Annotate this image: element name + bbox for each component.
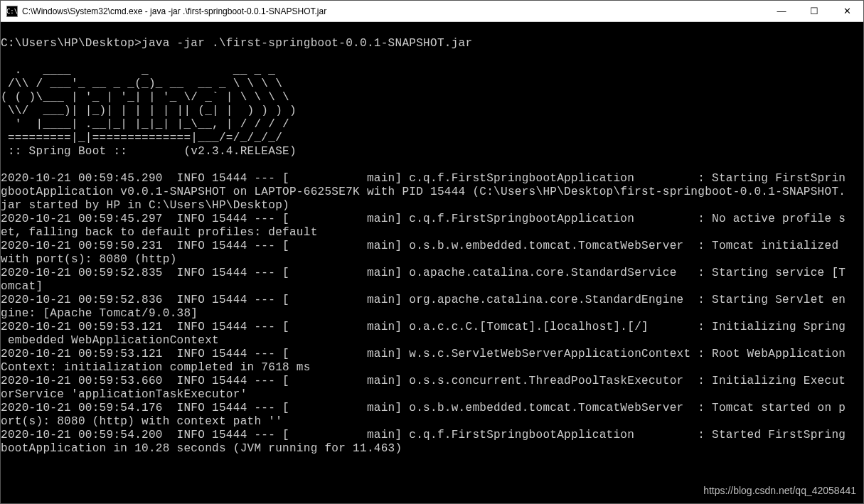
titlebar[interactable]: C:\ C:\Windows\System32\cmd.exe - java -… bbox=[1, 1, 863, 22]
close-button[interactable]: ✕ bbox=[831, 1, 863, 22]
cmd-window: C:\ C:\Windows\System32\cmd.exe - java -… bbox=[0, 0, 864, 504]
maximize-button[interactable]: ☐ bbox=[798, 1, 831, 22]
minimize-button[interactable]: — bbox=[765, 1, 798, 22]
prompt-line: C:\Users\HP\Desktop>java -jar .\first-sp… bbox=[1, 37, 472, 50]
log-lines: 2020-10-21 00:59:45.290 INFO 15444 --- [… bbox=[1, 172, 846, 455]
window-title: C:\Windows\System32\cmd.exe - java -jar … bbox=[22, 6, 765, 16]
cmd-icon: C:\ bbox=[6, 6, 18, 17]
window-controls: — ☐ ✕ bbox=[765, 1, 863, 22]
watermark-text: https://blog.csdn.net/qq_42058441 bbox=[703, 484, 856, 498]
spring-banner: . ____ _ __ _ _ /\\ / ___'_ __ _ _(_)_ _… bbox=[1, 64, 297, 158]
terminal-output[interactable]: C:\Users\HP\Desktop>java -jar .\first-sp… bbox=[1, 22, 863, 503]
